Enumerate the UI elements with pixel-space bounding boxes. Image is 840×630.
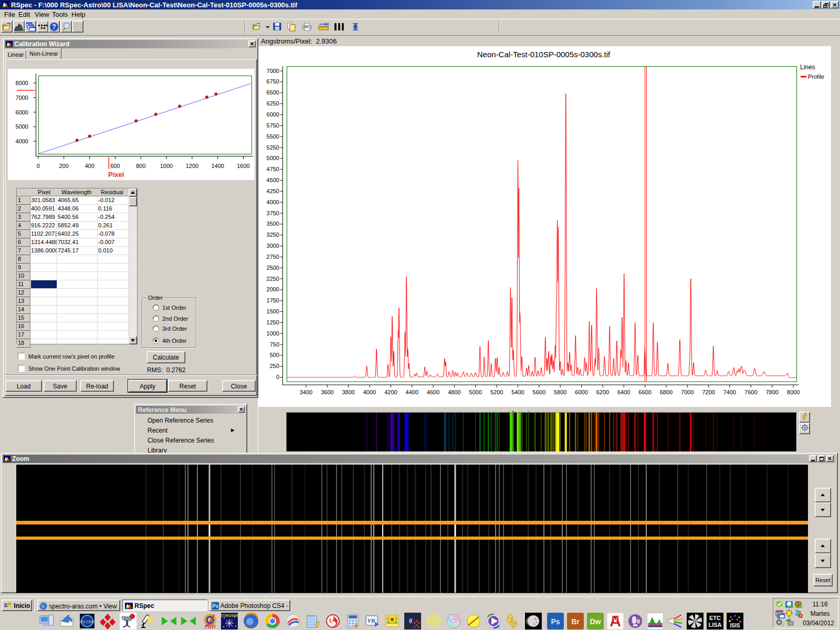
svg-text:Dw: Dw bbox=[590, 617, 601, 626]
svg-text:RS-CRO: RS-CRO bbox=[80, 620, 94, 624]
svg-text:Ps: Ps bbox=[212, 603, 219, 609]
svg-text:STAR2000: STAR2000 bbox=[221, 614, 238, 618]
svg-text:Ps: Ps bbox=[551, 617, 560, 626]
svg-text:PHD: PHD bbox=[204, 624, 215, 629]
svg-text:Lines: Lines bbox=[800, 64, 815, 71]
svg-text:Profile: Profile bbox=[808, 74, 824, 80]
svg-text:ij: ij bbox=[409, 617, 413, 623]
svg-text:VB: VB bbox=[368, 617, 375, 624]
svg-text:?: ? bbox=[52, 23, 56, 30]
svg-text:Br: Br bbox=[571, 617, 580, 626]
svg-text:ISIS: ISIS bbox=[730, 623, 740, 628]
svg-text:ETC: ETC bbox=[709, 615, 721, 621]
svg-text:LISA: LISA bbox=[708, 622, 721, 628]
